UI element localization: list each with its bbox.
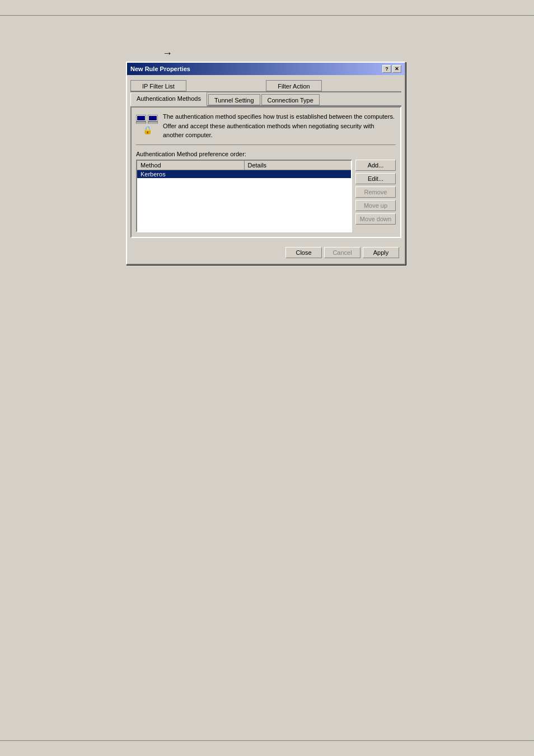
side-buttons: Add... Edit... Remove Move up Move down: [355, 160, 396, 232]
method-table-section: Method Details Kerberos Add... Edit... R…: [136, 160, 396, 232]
titlebar-buttons: ? ✕: [382, 65, 401, 73]
dialog-window: New Rule Properties ? ✕ IP Filter List F…: [126, 62, 406, 265]
top-bar: [0, 0, 534, 16]
tab-authentication-methods[interactable]: Authentication Methods: [130, 92, 207, 106]
tab-content: 🔒 The authentication method specifies ho…: [130, 106, 401, 238]
computer-icon-2: [148, 115, 158, 124]
tab-connection-type[interactable]: Connection Type: [261, 94, 320, 105]
col-details: Details: [245, 161, 352, 170]
tab-ip-filter-list[interactable]: IP Filter List: [130, 80, 186, 91]
apply-button[interactable]: Apply: [363, 247, 399, 258]
auth-icon: 🔒: [136, 112, 158, 134]
method-table: Method Details Kerberos: [136, 160, 352, 232]
close-button[interactable]: Close: [285, 247, 322, 258]
table-cell-details: [244, 170, 351, 178]
bottom-bar: [0, 740, 534, 756]
move-up-button[interactable]: Move up: [355, 200, 396, 211]
cancel-button[interactable]: Cancel: [324, 247, 360, 258]
move-down-button[interactable]: Move down: [355, 213, 396, 225]
help-button[interactable]: ?: [382, 65, 391, 73]
tab-filter-action[interactable]: Filter Action: [266, 80, 321, 91]
dialog-title: New Rule Properties: [130, 66, 190, 72]
bottom-buttons: Close Cancel Apply: [130, 242, 401, 260]
auth-section-label: Authentication Method preference order:: [136, 151, 396, 157]
info-section: 🔒 The authentication method specifies ho…: [136, 112, 396, 145]
remove-button[interactable]: Remove: [355, 186, 396, 198]
arrow-indicator: →: [162, 48, 172, 59]
col-method: Method: [137, 161, 245, 170]
close-button[interactable]: ✕: [392, 65, 401, 73]
tab-tunnel-setting[interactable]: Tunnel Setting: [208, 94, 260, 105]
table-header: Method Details: [137, 161, 351, 170]
info-description: The authentication method specifies how …: [163, 112, 396, 140]
dialog-content: IP Filter List Filter Action Authenticat…: [127, 75, 405, 264]
edit-button[interactable]: Edit...: [355, 173, 396, 184]
computer-icon-1: [136, 115, 146, 124]
dialog-titlebar: New Rule Properties ? ✕: [127, 63, 405, 75]
add-button[interactable]: Add...: [355, 160, 396, 171]
table-row[interactable]: Kerberos: [137, 170, 351, 178]
table-cell-method: Kerberos: [137, 170, 244, 178]
